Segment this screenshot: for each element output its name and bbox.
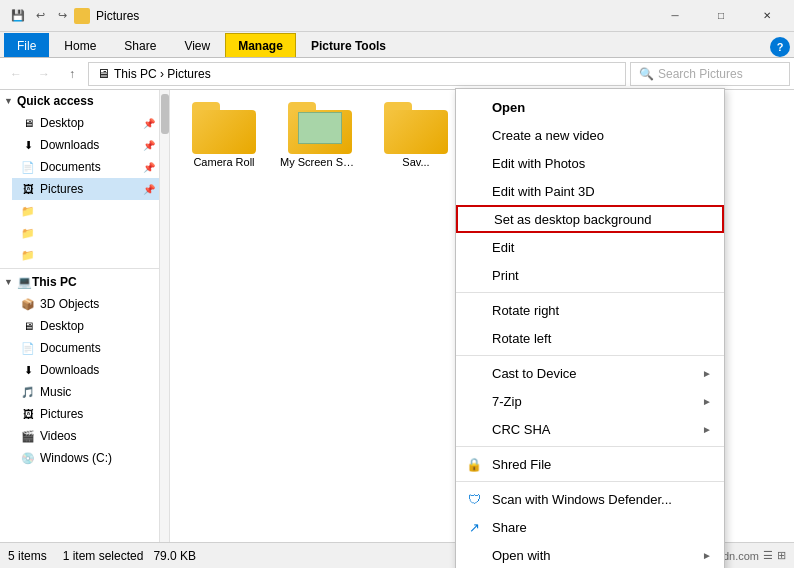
print-icon [464, 265, 484, 285]
sidebar-label-videos: Videos [40, 429, 76, 443]
desktop-icon: 🖥 [20, 115, 36, 131]
sidebar-item-3dobjects[interactable]: 📦 3D Objects [12, 293, 159, 315]
view-icon-grid[interactable]: ⊞ [777, 549, 786, 562]
sidebar-item-music[interactable]: 🎵 Music [12, 381, 159, 403]
folder-icon-2: 📁 [20, 225, 36, 241]
ctx-item-cast[interactable]: Cast to Device ► [456, 359, 724, 387]
save-btn[interactable]: 💾 [8, 6, 28, 26]
ctx-item-rotate-left[interactable]: Rotate left [456, 324, 724, 352]
ctx-item-share[interactable]: ↗ Share [456, 513, 724, 541]
7zip-arrow: ► [702, 396, 712, 407]
ctx-item-edit-paint3d[interactable]: Edit with Paint 3D [456, 177, 724, 205]
ctx-label-open-with: Open with [492, 548, 702, 563]
folder-body-3 [384, 110, 448, 154]
up-btn[interactable]: ↑ [60, 62, 84, 86]
ctx-item-open[interactable]: Open [456, 93, 724, 121]
file-item-saved[interactable]: Sav... [376, 98, 456, 172]
sidebar-label-desktop2: Desktop [40, 319, 84, 333]
quick-access-label: Quick access [17, 94, 94, 108]
ctx-divider-3 [456, 446, 724, 447]
window-controls: ─ □ ✕ [652, 0, 790, 31]
minimize-btn[interactable]: ─ [652, 0, 698, 32]
context-menu: Open Create a new video Edit with Photos… [455, 88, 725, 568]
sidebar-label-3dobjects: 3D Objects [40, 297, 99, 311]
ctx-item-open-with[interactable]: Open with ► [456, 541, 724, 568]
sidebar-item-videos[interactable]: 🎬 Videos [12, 425, 159, 447]
downloads-icon: ⬇ [20, 137, 36, 153]
folder-icon-1: 📁 [20, 203, 36, 219]
ctx-item-defender[interactable]: 🛡 Scan with Windows Defender... [456, 485, 724, 513]
7zip-icon [464, 391, 484, 411]
music-icon: 🎵 [20, 384, 36, 400]
file-label-saved: Sav... [402, 156, 429, 168]
ctx-item-crcsha[interactable]: CRC SHA ► [456, 415, 724, 443]
sidebar-item-documents[interactable]: 📄 Documents 📌 [12, 156, 159, 178]
sidebar-label-windows-c: Windows (C:) [40, 451, 112, 465]
sidebar-item-pictures2[interactable]: 🖼 Pictures [12, 403, 159, 425]
sidebar-item-windows-c[interactable]: 💿 Windows (C:) [12, 447, 159, 469]
sidebar-item-extra3[interactable]: 📁 [12, 244, 159, 266]
undo-btn[interactable]: ↩ [30, 6, 50, 26]
status-selected: 1 item selected 79.0 KB [63, 549, 196, 563]
sidebar-item-documents2[interactable]: 📄 Documents [12, 337, 159, 359]
ctx-item-shred[interactable]: 🔒 Shred File [456, 450, 724, 478]
status-items-count: 5 items [8, 549, 47, 563]
sidebar-item-extra2[interactable]: 📁 [12, 222, 159, 244]
this-pc-header[interactable]: ▼ 💻 This PC [0, 271, 159, 293]
tab-view[interactable]: View [171, 33, 223, 57]
sidebar-item-downloads[interactable]: ⬇ Downloads 📌 [12, 134, 159, 156]
ctx-item-edit-photos[interactable]: Edit with Photos [456, 149, 724, 177]
ctx-label-edit: Edit [492, 240, 712, 255]
cast-icon [464, 363, 484, 383]
pin-icon-docs: 📌 [143, 162, 155, 173]
sidebar-divider-1 [0, 268, 159, 269]
ctx-item-print[interactable]: Print [456, 261, 724, 289]
ctx-item-create-video[interactable]: Create a new video [456, 121, 724, 149]
documents-icon: 📄 [20, 159, 36, 175]
maximize-btn[interactable]: □ [698, 0, 744, 32]
ctx-label-create-video: Create a new video [492, 128, 712, 143]
ctx-item-rotate-right[interactable]: Rotate right [456, 296, 724, 324]
address-path[interactable]: 🖥 This PC › Pictures [88, 62, 626, 86]
documents-icon2: 📄 [20, 340, 36, 356]
ctx-item-7zip[interactable]: 7-Zip ► [456, 387, 724, 415]
drive-icon: 💿 [20, 450, 36, 466]
folder-icon-3: 📁 [20, 247, 36, 263]
folder-body [192, 110, 256, 154]
sidebar-label-music: Music [40, 385, 71, 399]
help-btn[interactable]: ? [770, 37, 790, 57]
window-icon [74, 8, 90, 24]
scrollbar-thumb [161, 94, 169, 134]
ctx-label-crcsha: CRC SHA [492, 422, 702, 437]
file-item-camera-roll[interactable]: Camera Roll [184, 98, 264, 172]
sidebar-scrollbar[interactable] [160, 90, 170, 542]
tab-manage[interactable]: Manage [225, 33, 296, 57]
ctx-item-edit[interactable]: Edit [456, 233, 724, 261]
search-icon: 🔍 [639, 67, 654, 81]
tab-share[interactable]: Share [111, 33, 169, 57]
sidebar-item-desktop2[interactable]: 🖥 Desktop [12, 315, 159, 337]
open-icon [464, 97, 484, 117]
sidebar-item-desktop[interactable]: 🖥 Desktop 📌 [12, 112, 159, 134]
close-btn[interactable]: ✕ [744, 0, 790, 32]
window-title: Pictures [96, 9, 139, 23]
forward-btn[interactable]: → [32, 62, 56, 86]
search-box[interactable]: 🔍 Search Pictures [630, 62, 790, 86]
downloads-icon2: ⬇ [20, 362, 36, 378]
sidebar-item-pictures[interactable]: 🖼 Pictures 📌 [12, 178, 159, 200]
redo-btn[interactable]: ↪ [52, 6, 72, 26]
this-pc-label: This PC [32, 275, 77, 289]
view-icon-list[interactable]: ☰ [763, 549, 773, 562]
quick-access-header[interactable]: ▼ Quick access [0, 90, 159, 112]
ctx-divider-1 [456, 292, 724, 293]
tab-file[interactable]: File [4, 33, 49, 57]
ctx-item-set-desktop[interactable]: Set as desktop background [456, 205, 724, 233]
file-item-screenshots[interactable]: My Screen Shots [280, 98, 360, 172]
crcsha-arrow: ► [702, 424, 712, 435]
tab-home[interactable]: Home [51, 33, 109, 57]
tab-picture-tools[interactable]: Picture Tools [298, 33, 399, 57]
sidebar-item-downloads2[interactable]: ⬇ Downloads [12, 359, 159, 381]
ctx-label-edit-photos: Edit with Photos [492, 156, 712, 171]
sidebar-item-extra1[interactable]: 📁 [12, 200, 159, 222]
back-btn[interactable]: ← [4, 62, 28, 86]
